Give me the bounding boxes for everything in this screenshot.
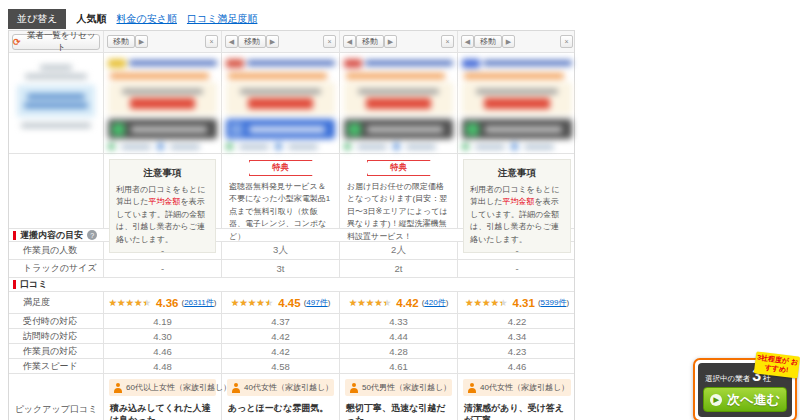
arrow-right-icon: ▶ bbox=[710, 394, 722, 406]
company-logo bbox=[462, 56, 572, 70]
company-logo bbox=[108, 56, 217, 70]
next-button-label: 次へ進む bbox=[727, 391, 780, 409]
satisfaction-row: 満足度 ★★★★★★★★★★ 4.36 (26311件) ★★★★★★★★★★ … bbox=[9, 292, 574, 314]
price-note-line bbox=[228, 73, 327, 79]
selected-company-button[interactable] bbox=[108, 119, 217, 139]
crew-row: 作業員の人数 - 3人 2人 - bbox=[9, 242, 574, 260]
select-company-button[interactable] bbox=[226, 119, 335, 139]
crew-value-4: - bbox=[458, 242, 576, 259]
reviewer-chip: 40代女性（家族引越し） bbox=[227, 379, 334, 396]
price-note-line bbox=[464, 73, 564, 79]
section-title: 口コミ bbox=[20, 278, 47, 291]
review-count-link[interactable]: 497件 bbox=[306, 298, 327, 307]
rating-value: 4.42 bbox=[396, 297, 418, 309]
review-cell-2: 40代女性（家族引越し） あっとほーむな雰囲気。 お兄さん二人組が、とにかく優し… bbox=[222, 374, 340, 420]
review-count: (497件) bbox=[304, 297, 331, 308]
close-icon[interactable]: × bbox=[441, 35, 454, 48]
next-step-button[interactable]: ▶ 次へ進む bbox=[703, 387, 787, 412]
review-count: (26311件) bbox=[181, 297, 216, 308]
selected-company-button[interactable] bbox=[462, 119, 572, 139]
row-label: トラックのサイズ bbox=[9, 260, 104, 277]
row-label: 作業スピード bbox=[9, 359, 104, 373]
visit-row: 訪問時の対応 4.30 4.42 4.44 4.34 bbox=[9, 329, 574, 344]
notice-title: 注意事項 bbox=[470, 167, 564, 180]
truck-value-1: - bbox=[104, 260, 222, 277]
move-right-icon[interactable]: ▶ bbox=[266, 35, 279, 48]
notice-text: 利用者の口コミをもとに算出した平均金額を表示しています。詳細の金額は、引越し業者… bbox=[116, 184, 209, 246]
notice-text: 利用者の口コミをもとに算出した平均金額を表示しています。詳細の金額は、引越し業者… bbox=[470, 184, 564, 246]
move-right-icon[interactable]: ▶ bbox=[384, 35, 397, 48]
tab-popularity[interactable]: 人気順 bbox=[76, 12, 106, 26]
person-icon bbox=[231, 383, 240, 393]
review-cell-4: 40代女性（家族引越し） 清潔感があり、受け答えが丁寧 親身になって対応してもら… bbox=[458, 374, 576, 420]
card-links[interactable] bbox=[344, 143, 453, 150]
column-header-2: ◀ 移動 ▶ × bbox=[222, 31, 340, 52]
company-card-4 bbox=[458, 53, 576, 153]
rating-value: 4.45 bbox=[278, 297, 300, 309]
score-value: 4.44 bbox=[340, 329, 458, 343]
crew-value-3: 2人 bbox=[340, 242, 458, 259]
review-title: 懇切丁寧、迅速な引越だった。 bbox=[346, 403, 451, 420]
score-value: 4.61 bbox=[340, 359, 458, 373]
blurred-company-card bbox=[222, 53, 339, 153]
review-count-link[interactable]: 5399件 bbox=[541, 298, 567, 307]
close-icon[interactable]: × bbox=[205, 35, 218, 48]
reviewer-chip: 40代女性（家族引越し） bbox=[463, 379, 571, 396]
company-logo bbox=[226, 56, 335, 70]
score-value: 4.33 bbox=[340, 314, 458, 328]
pickup-review-row: ピックアップ口コミ 60代以上女性（家族引越し） 積み込みしてくれた人達は良かっ… bbox=[9, 374, 574, 420]
section-accent-bar bbox=[13, 280, 16, 289]
selection-summary-box: 3社程度が おすすめ! 選択中の業者 3 社 ▶ 次へ進む bbox=[693, 358, 797, 420]
selected-company-button[interactable] bbox=[344, 119, 453, 139]
notice-cell-4: 注意事項 利用者の口コミをもとに算出した平均金額を表示しています。詳細の金額は、… bbox=[458, 154, 576, 228]
row-label: 満足度 bbox=[9, 292, 104, 313]
review-count-link[interactable]: 26311件 bbox=[184, 298, 214, 307]
review-count-link[interactable]: 420件 bbox=[424, 298, 445, 307]
tab-review-satisfaction[interactable]: 口コミ満足度順 bbox=[187, 12, 257, 26]
perk-text: 盗聴器無料発見サービス＆不要になった小型家電製品1点まで無料引取り（炊飯器、電子… bbox=[222, 181, 339, 243]
reviewer-chip: 60代以上女性（家族引越し） bbox=[109, 379, 216, 396]
truck-value-4: - bbox=[458, 260, 576, 277]
move-button[interactable]: 移動 bbox=[356, 35, 384, 48]
card-links[interactable] bbox=[462, 143, 572, 150]
star-rating-icon: ★★★★★★★★★★ bbox=[109, 298, 152, 308]
help-icon[interactable]: ? bbox=[87, 230, 97, 240]
move-left-icon[interactable]: ◀ bbox=[225, 35, 238, 48]
reset-list-button[interactable]: ⟳ 業者一覧をリセット bbox=[12, 34, 100, 50]
person-icon bbox=[349, 383, 358, 393]
move-button[interactable]: 移動 bbox=[107, 35, 135, 48]
move-right-icon[interactable]: ▶ bbox=[135, 35, 148, 48]
close-icon[interactable]: × bbox=[323, 35, 336, 48]
review-title: あっとほーむな雰囲気。 bbox=[228, 403, 333, 415]
truck-value-2: 3t bbox=[222, 260, 340, 277]
section-title: 運搬内容の目安 bbox=[20, 229, 83, 242]
move-left-icon[interactable]: ◀ bbox=[343, 35, 356, 48]
person-icon bbox=[467, 383, 476, 393]
tab-price[interactable]: 料金の安さ順 bbox=[116, 12, 176, 26]
reviewer-label: 60代以上女性（家族引越し） bbox=[126, 382, 231, 393]
comparison-table: ⟳ 業者一覧をリセット 移動 ▶ × ◀ 移動 ▶ × ◀ 移動 ▶ bbox=[8, 30, 575, 420]
perk-ribbon: 特典 bbox=[367, 160, 431, 176]
column-header-1: 移動 ▶ × bbox=[104, 31, 222, 52]
notice-box: 注意事項 利用者の口コミをもとに算出した平均金額を表示しています。詳細の金額は、… bbox=[109, 159, 216, 253]
reviewer-label: 50代男性（家族引越し） bbox=[362, 382, 451, 393]
company-card-3 bbox=[340, 53, 458, 153]
move-button[interactable]: 移動 bbox=[238, 35, 266, 48]
perk-ribbon: 特典 bbox=[249, 160, 313, 176]
move-right-icon[interactable]: ▶ bbox=[502, 35, 515, 48]
review-title: 清潔感があり、受け答えが丁寧 bbox=[464, 403, 570, 420]
close-icon[interactable]: × bbox=[560, 35, 573, 48]
selected-label: 選択中の業者 bbox=[705, 374, 750, 384]
price-panel bbox=[462, 82, 572, 115]
score-value: 4.46 bbox=[104, 344, 222, 358]
check-icon bbox=[466, 123, 479, 136]
card-links[interactable] bbox=[226, 143, 335, 150]
move-button[interactable]: 移動 bbox=[474, 35, 502, 48]
notice-title: 注意事項 bbox=[116, 167, 209, 180]
price-note-line bbox=[110, 73, 209, 79]
card-links[interactable] bbox=[108, 143, 217, 150]
blurred-sidebar-content bbox=[9, 53, 103, 140]
price-panel bbox=[344, 82, 453, 115]
move-left-icon[interactable]: ◀ bbox=[461, 35, 474, 48]
blurred-company-card bbox=[340, 53, 457, 153]
